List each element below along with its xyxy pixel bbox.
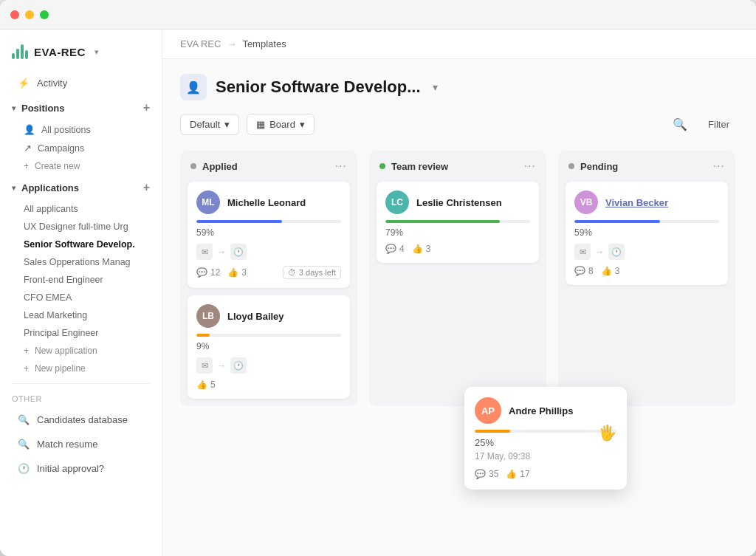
clock-card-icon[interactable]: 🕐 [230, 244, 247, 260]
board-wrapper: Applied ··· ML Michelle Leonard [180, 151, 738, 541]
kanban-board: Applied ··· ML Michelle Leonard [180, 151, 738, 412]
logo-chevron-icon[interactable]: ▾ [94, 47, 99, 57]
sidebar-item-ux-designer[interactable]: UX Designer full-time Urg [0, 218, 162, 236]
leslie-likes: 👍 3 [412, 244, 431, 254]
sidebar-item-candidates-db[interactable]: 🔍 Candidates database [6, 408, 156, 431]
default-label: Default [190, 119, 220, 130]
column-team-review: Team review ··· LC Leslie Christensen [369, 151, 546, 406]
sidebar-item-frontend-eng[interactable]: Front-end Engineer [0, 271, 162, 289]
sidebar-item-initial-approval[interactable]: 🕐 Initial approval? [6, 457, 156, 480]
person-icon: 👤 [24, 124, 35, 135]
sidebar-item-senior-software[interactable]: Senior Software Develop. [0, 236, 162, 253]
leslie-thumb-icon: 👍 [412, 244, 423, 254]
lloyd-percent: 9% [196, 341, 341, 351]
column-pending-header: Pending ··· [558, 151, 735, 179]
column-team-review-menu[interactable]: ··· [524, 159, 536, 173]
vivian-clock-icon[interactable]: 🕐 [608, 244, 625, 260]
sidebar-item-lead-marketing[interactable]: Lead Marketing [0, 306, 162, 324]
team-review-status-dot [379, 163, 385, 169]
lloyd-envelope-icon[interactable]: ✉ [196, 357, 213, 374]
card-lloyd: LB Lloyd Bailey 9% ✉ → [188, 295, 350, 399]
sidebar-section-positions[interactable]: ▾ Positions + [0, 95, 162, 120]
card-leslie-header: LC Leslie Christensen [385, 191, 530, 214]
chevron-applications-icon: ▾ [12, 184, 16, 192]
andre-comment-icon: 💬 [475, 469, 486, 479]
sidebar-item-all-applicants[interactable]: All applicants [0, 200, 162, 218]
plus-app-icon: + [24, 346, 29, 356]
sidebar-item-new-application[interactable]: + New application [0, 342, 162, 360]
column-pending-cards: VB Vivian Becker 59% ✉ → [558, 179, 735, 406]
card-vivian-header: VB Vivian Becker [574, 191, 719, 214]
avatar-lloyd: LB [196, 304, 220, 328]
default-view-button[interactable]: Default ▾ [180, 114, 239, 135]
search-resume-icon: 🔍 [18, 439, 30, 450]
column-applied-cards: ML Michelle Leonard 59% ✉ [180, 179, 357, 406]
column-pending: Pending ··· VB Vivian Becker [558, 151, 735, 406]
board-icon: ▦ [256, 119, 265, 130]
activity-icon: ⚡ [18, 78, 30, 89]
vivian-envelope-icon[interactable]: ✉ [574, 244, 591, 260]
sidebar: EVA-REC ▾ ⚡ Activity ▾ Positions + 👤 All… [0, 30, 162, 556]
add-application-button[interactable]: + [143, 181, 150, 194]
add-position-button[interactable]: + [143, 101, 150, 114]
michelle-card-footer: 💬 12 👍 3 ⏱ [196, 266, 341, 279]
board-view-button[interactable]: ▦ Board ▾ [247, 114, 315, 135]
close-dot[interactable] [10, 10, 19, 19]
cursor-icon: 🖐 [598, 424, 616, 442]
filter-button[interactable]: Filter [699, 114, 738, 134]
andre-date: 17 May, 09:38 [475, 451, 616, 461]
timer-icon: ⏱ [288, 268, 296, 277]
card-lloyd-header: LB Lloyd Bailey [196, 304, 341, 328]
sidebar-item-new-pipeline[interactable]: + New pipeline [0, 360, 162, 377]
card-leslie-name: Leslie Christensen [416, 197, 502, 208]
sidebar-item-match-resume[interactable]: 🔍 Match resume [6, 433, 156, 456]
app-window: EVA-REC ▾ ⚡ Activity ▾ Positions + 👤 All… [0, 0, 756, 556]
column-team-review-header: Team review ··· [369, 151, 546, 179]
floating-card-andre: AP Andre Phillips 25% 17 May, 09:38 🖐 💬 [464, 387, 627, 490]
card-vivian-name[interactable]: Vivian Becker [605, 197, 668, 208]
search-button[interactable]: 🔍 [668, 112, 692, 136]
avatar-vivian: VB [574, 191, 598, 214]
andre-likes: 👍 17 [506, 469, 529, 479]
column-team-review-title: Team review [391, 161, 518, 172]
sidebar-item-campaigns[interactable]: ↗ Campaigns [0, 139, 162, 157]
sidebar-item-principal-eng[interactable]: Principal Engineer [0, 324, 162, 342]
column-applied-menu[interactable]: ··· [335, 159, 347, 173]
sidebar-item-cfo-emea[interactable]: CFO EMEA [0, 289, 162, 306]
michelle-time-badge: ⏱ 3 days left [283, 266, 341, 279]
andre-progress-bar [475, 430, 616, 433]
page-title: Senior Software Develop... [216, 78, 421, 97]
card-lloyd-name: Lloyd Bailey [227, 311, 284, 322]
search-icon: 🔍 [673, 117, 687, 131]
content-area: 👤 Senior Software Develop... ▾ Default ▾… [162, 59, 756, 556]
michelle-comments: 💬 12 [196, 267, 220, 278]
vivian-thumb-icon: 👍 [601, 266, 612, 276]
positions-label: Positions [21, 103, 65, 114]
search-candidates-icon: 🔍 [18, 414, 30, 425]
sidebar-item-activity[interactable]: ⚡ Activity [6, 72, 156, 95]
titlebar [0, 0, 756, 30]
sidebar-logo[interactable]: EVA-REC ▾ [0, 38, 162, 71]
lloyd-clock-icon[interactable]: 🕐 [230, 357, 247, 374]
maximize-dot[interactable] [40, 10, 49, 19]
sidebar-section-applications[interactable]: ▾ Applications + [0, 175, 162, 200]
float-card-header: AP Andre Phillips [475, 397, 616, 424]
minimize-dot[interactable] [25, 10, 34, 19]
avatar-michelle: ML [196, 191, 220, 214]
applications-label: Applications [21, 182, 79, 193]
breadcrumb-current: Templates [242, 38, 286, 49]
envelope-icon[interactable]: ✉ [196, 244, 213, 260]
michelle-progress-bar [196, 220, 341, 223]
page-title-chevron-icon[interactable]: ▾ [433, 81, 438, 93]
breadcrumb-sep: → [227, 38, 236, 49]
float-card-name: Andre Phillips [509, 405, 573, 416]
card-vivian: VB Vivian Becker 59% ✉ → [566, 182, 728, 285]
sidebar-item-sales-ops[interactable]: Sales Opperations Manag [0, 253, 162, 271]
column-pending-menu[interactable]: ··· [713, 159, 725, 173]
vivian-comments: 💬 8 [574, 266, 594, 276]
vivian-card-icons: ✉ → 🕐 [574, 244, 719, 260]
logo-icon [12, 44, 28, 59]
sidebar-item-all-positions[interactable]: 👤 All positions [0, 120, 162, 139]
vivian-progress-bar [574, 220, 719, 223]
sidebar-item-create-new[interactable]: + Create new [0, 157, 162, 175]
